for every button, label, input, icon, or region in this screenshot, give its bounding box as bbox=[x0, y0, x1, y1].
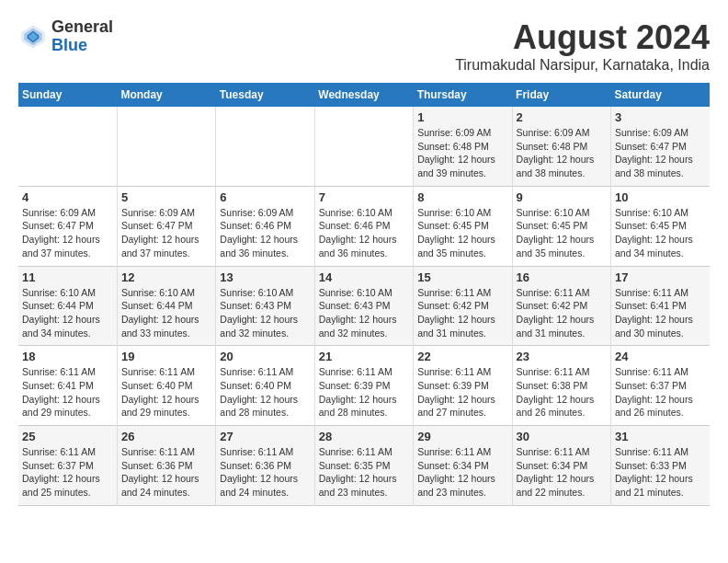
calendar-cell: 21Sunrise: 6:11 AM Sunset: 6:39 PM Dayli… bbox=[314, 346, 413, 426]
calendar-cell: 17Sunrise: 6:11 AM Sunset: 6:41 PM Dayli… bbox=[611, 266, 710, 346]
day-number: 28 bbox=[319, 430, 409, 443]
day-info: Sunrise: 6:11 AM Sunset: 6:38 PM Dayligh… bbox=[517, 365, 607, 419]
day-info: Sunrise: 6:10 AM Sunset: 6:45 PM Dayligh… bbox=[417, 206, 507, 260]
calendar-cell: 11Sunrise: 6:10 AM Sunset: 6:44 PM Dayli… bbox=[18, 266, 117, 346]
day-number: 27 bbox=[220, 430, 310, 443]
day-info: Sunrise: 6:11 AM Sunset: 6:34 PM Dayligh… bbox=[417, 445, 507, 500]
calendar-cell: 27Sunrise: 6:11 AM Sunset: 6:36 PM Dayli… bbox=[216, 426, 314, 506]
calendar-cell: 28Sunrise: 6:11 AM Sunset: 6:35 PM Dayli… bbox=[314, 426, 413, 506]
calendar-cell: 26Sunrise: 6:11 AM Sunset: 6:36 PM Dayli… bbox=[117, 426, 215, 506]
day-info: Sunrise: 6:09 AM Sunset: 6:48 PM Dayligh… bbox=[417, 126, 507, 180]
weekday-header: Saturday bbox=[611, 83, 710, 107]
weekday-header-row: SundayMondayTuesdayWednesdayThursdayFrid… bbox=[18, 83, 710, 107]
calendar-cell: 16Sunrise: 6:11 AM Sunset: 6:42 PM Dayli… bbox=[512, 266, 610, 346]
weekday-header: Thursday bbox=[414, 83, 512, 107]
calendar-cell: 22Sunrise: 6:11 AM Sunset: 6:39 PM Dayli… bbox=[414, 346, 512, 426]
day-info: Sunrise: 6:11 AM Sunset: 6:41 PM Dayligh… bbox=[615, 286, 706, 340]
calendar-cell bbox=[314, 107, 413, 186]
weekday-header: Sunday bbox=[18, 83, 117, 107]
day-info: Sunrise: 6:09 AM Sunset: 6:47 PM Dayligh… bbox=[121, 206, 211, 260]
day-number: 20 bbox=[220, 350, 310, 363]
calendar-cell bbox=[18, 107, 117, 186]
calendar-cell: 19Sunrise: 6:11 AM Sunset: 6:40 PM Dayli… bbox=[117, 346, 215, 426]
day-info: Sunrise: 6:11 AM Sunset: 6:35 PM Dayligh… bbox=[319, 445, 409, 500]
weekday-header: Friday bbox=[512, 83, 610, 107]
day-number: 11 bbox=[22, 270, 113, 284]
calendar-cell: 9Sunrise: 6:10 AM Sunset: 6:45 PM Daylig… bbox=[512, 186, 610, 266]
calendar-week-row: 4Sunrise: 6:09 AM Sunset: 6:47 PM Daylig… bbox=[18, 186, 710, 266]
calendar-cell: 18Sunrise: 6:11 AM Sunset: 6:41 PM Dayli… bbox=[18, 346, 117, 426]
day-info: Sunrise: 6:10 AM Sunset: 6:44 PM Dayligh… bbox=[121, 286, 211, 340]
logo-text: General Blue bbox=[51, 18, 113, 55]
day-info: Sunrise: 6:09 AM Sunset: 6:47 PM Dayligh… bbox=[615, 126, 706, 180]
day-number: 8 bbox=[417, 190, 507, 204]
day-info: Sunrise: 6:11 AM Sunset: 6:33 PM Dayligh… bbox=[615, 445, 706, 500]
day-info: Sunrise: 6:09 AM Sunset: 6:46 PM Dayligh… bbox=[220, 206, 310, 260]
calendar-cell: 29Sunrise: 6:11 AM Sunset: 6:34 PM Dayli… bbox=[414, 426, 512, 506]
day-info: Sunrise: 6:11 AM Sunset: 6:36 PM Dayligh… bbox=[220, 445, 310, 500]
calendar-cell: 12Sunrise: 6:10 AM Sunset: 6:44 PM Dayli… bbox=[117, 266, 215, 346]
day-number: 9 bbox=[517, 190, 607, 204]
day-info: Sunrise: 6:11 AM Sunset: 6:40 PM Dayligh… bbox=[220, 365, 310, 419]
calendar-cell: 4Sunrise: 6:09 AM Sunset: 6:47 PM Daylig… bbox=[18, 186, 117, 266]
day-info: Sunrise: 6:11 AM Sunset: 6:40 PM Dayligh… bbox=[121, 365, 211, 419]
day-number: 13 bbox=[220, 270, 310, 284]
day-number: 4 bbox=[22, 190, 113, 204]
day-info: Sunrise: 6:10 AM Sunset: 6:44 PM Dayligh… bbox=[22, 286, 113, 340]
calendar-cell: 14Sunrise: 6:10 AM Sunset: 6:43 PM Dayli… bbox=[314, 266, 413, 346]
day-info: Sunrise: 6:09 AM Sunset: 6:48 PM Dayligh… bbox=[517, 126, 607, 180]
calendar-cell: 2Sunrise: 6:09 AM Sunset: 6:48 PM Daylig… bbox=[512, 107, 610, 186]
day-number: 12 bbox=[121, 270, 211, 284]
calendar-cell: 15Sunrise: 6:11 AM Sunset: 6:42 PM Dayli… bbox=[414, 266, 512, 346]
day-number: 5 bbox=[121, 190, 211, 204]
day-number: 29 bbox=[417, 430, 507, 443]
calendar-table: SundayMondayTuesdayWednesdayThursdayFrid… bbox=[18, 83, 710, 506]
logo-icon bbox=[18, 22, 48, 52]
weekday-header: Tuesday bbox=[216, 83, 314, 107]
day-number: 19 bbox=[121, 350, 211, 363]
day-number: 16 bbox=[517, 270, 607, 284]
weekday-header: Wednesday bbox=[314, 83, 413, 107]
calendar-week-row: 25Sunrise: 6:11 AM Sunset: 6:37 PM Dayli… bbox=[18, 426, 710, 506]
day-number: 1 bbox=[417, 110, 507, 124]
calendar-cell: 10Sunrise: 6:10 AM Sunset: 6:45 PM Dayli… bbox=[611, 186, 710, 266]
day-number: 18 bbox=[22, 350, 113, 363]
subtitle: Tirumakudal Narsipur, Karnataka, India bbox=[455, 57, 710, 74]
day-number: 6 bbox=[220, 190, 310, 204]
day-number: 2 bbox=[517, 110, 607, 124]
day-number: 24 bbox=[615, 350, 706, 363]
day-info: Sunrise: 6:11 AM Sunset: 6:34 PM Dayligh… bbox=[517, 445, 607, 500]
calendar-cell: 7Sunrise: 6:10 AM Sunset: 6:46 PM Daylig… bbox=[314, 186, 413, 266]
calendar-cell bbox=[216, 107, 314, 186]
day-number: 15 bbox=[417, 270, 507, 284]
day-number: 14 bbox=[319, 270, 409, 284]
day-info: Sunrise: 6:11 AM Sunset: 6:37 PM Dayligh… bbox=[22, 445, 113, 500]
day-info: Sunrise: 6:11 AM Sunset: 6:37 PM Dayligh… bbox=[615, 365, 706, 419]
day-info: Sunrise: 6:11 AM Sunset: 6:39 PM Dayligh… bbox=[319, 365, 409, 419]
day-number: 26 bbox=[121, 430, 211, 443]
calendar-cell bbox=[117, 107, 215, 186]
day-info: Sunrise: 6:10 AM Sunset: 6:43 PM Dayligh… bbox=[220, 286, 310, 340]
day-info: Sunrise: 6:10 AM Sunset: 6:45 PM Dayligh… bbox=[615, 206, 706, 260]
day-number: 21 bbox=[319, 350, 409, 363]
calendar-week-row: 11Sunrise: 6:10 AM Sunset: 6:44 PM Dayli… bbox=[18, 266, 710, 346]
calendar-cell: 8Sunrise: 6:10 AM Sunset: 6:45 PM Daylig… bbox=[414, 186, 512, 266]
calendar-cell: 24Sunrise: 6:11 AM Sunset: 6:37 PM Dayli… bbox=[611, 346, 710, 426]
main-title: August 2024 bbox=[455, 18, 710, 57]
day-info: Sunrise: 6:10 AM Sunset: 6:43 PM Dayligh… bbox=[319, 286, 409, 340]
day-number: 3 bbox=[615, 110, 706, 124]
day-info: Sunrise: 6:11 AM Sunset: 6:39 PM Dayligh… bbox=[417, 365, 507, 419]
day-info: Sunrise: 6:11 AM Sunset: 6:36 PM Dayligh… bbox=[121, 445, 211, 500]
day-info: Sunrise: 6:10 AM Sunset: 6:45 PM Dayligh… bbox=[517, 206, 607, 260]
title-section: August 2024 Tirumakudal Narsipur, Karnat… bbox=[455, 18, 710, 74]
day-number: 17 bbox=[615, 270, 706, 284]
calendar-week-row: 1Sunrise: 6:09 AM Sunset: 6:48 PM Daylig… bbox=[18, 107, 710, 186]
calendar-cell: 5Sunrise: 6:09 AM Sunset: 6:47 PM Daylig… bbox=[117, 186, 215, 266]
day-info: Sunrise: 6:09 AM Sunset: 6:47 PM Dayligh… bbox=[22, 206, 113, 260]
calendar-cell: 25Sunrise: 6:11 AM Sunset: 6:37 PM Dayli… bbox=[18, 426, 117, 506]
day-info: Sunrise: 6:10 AM Sunset: 6:46 PM Dayligh… bbox=[319, 206, 409, 260]
day-number: 25 bbox=[22, 430, 113, 443]
day-number: 7 bbox=[319, 190, 409, 204]
day-number: 10 bbox=[615, 190, 706, 204]
calendar-cell: 31Sunrise: 6:11 AM Sunset: 6:33 PM Dayli… bbox=[611, 426, 710, 506]
